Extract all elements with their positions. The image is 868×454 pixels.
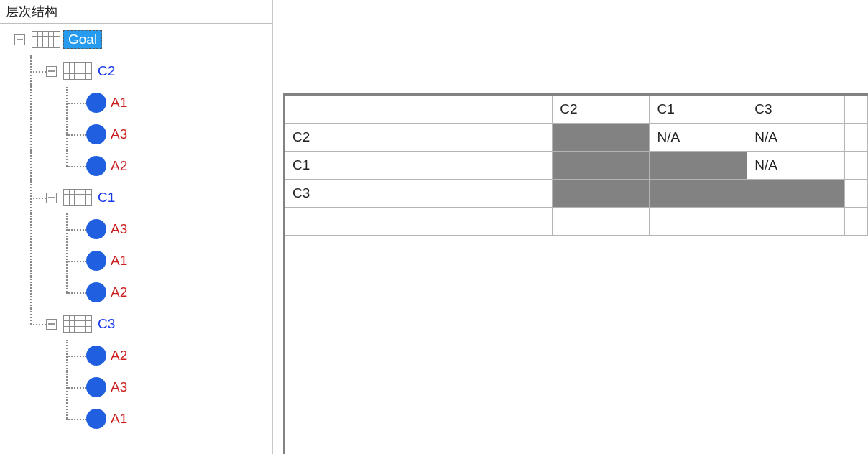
tree-node-alternative[interactable]: A2: [0, 340, 272, 371]
matrix-col-header[interactable]: C1: [650, 96, 747, 124]
alternative-icon: [86, 219, 106, 239]
alternative-icon: [86, 156, 106, 176]
hierarchy-panel: 层次结构 Goal C2: [0, 0, 273, 454]
grid-icon: [63, 62, 92, 80]
matrix-header-row: C2 C1 C3: [285, 96, 868, 124]
matrix-scroll-gutter: [844, 96, 867, 124]
matrix-container: C2 C1 C3 C2 N/A N/A C1: [283, 93, 868, 454]
matrix-col-header[interactable]: C2: [553, 96, 650, 124]
matrix-cell[interactable]: [553, 124, 650, 152]
alternative-icon: [86, 377, 106, 397]
matrix-corner-cell: [285, 96, 553, 124]
alternative-label: A1: [111, 253, 127, 269]
matrix-row-header[interactable]: C1: [285, 152, 553, 180]
tree-node-criterion[interactable]: C3: [0, 308, 272, 340]
matrix-cell[interactable]: N/A: [747, 124, 845, 152]
matrix-col-header[interactable]: C3: [747, 96, 845, 124]
alternative-label: A2: [111, 348, 127, 363]
comparison-matrix[interactable]: C2 C1 C3 C2 N/A N/A C1: [285, 96, 868, 236]
matrix-cell[interactable]: [650, 152, 747, 180]
alternative-icon: [86, 409, 106, 429]
matrix-scroll-gutter: [844, 124, 867, 152]
matrix-panel: C2 C1 C3 C2 N/A N/A C1: [273, 0, 868, 454]
alternative-label: A3: [111, 126, 127, 142]
panel-title: 层次结构: [0, 0, 272, 22]
alternative-icon: [86, 282, 106, 302]
collapse-icon[interactable]: [46, 193, 57, 203]
alternative-label: A2: [111, 284, 127, 300]
alternative-icon: [86, 93, 106, 113]
tree-node-alternative[interactable]: A1: [0, 87, 272, 119]
matrix-scroll-gutter: [844, 152, 867, 180]
alternative-label: A1: [111, 95, 127, 111]
alternative-label: A1: [111, 411, 127, 427]
tree-node-alternative[interactable]: A1: [0, 403, 272, 435]
grid-icon: [32, 31, 60, 48]
goal-label[interactable]: Goal: [63, 30, 102, 49]
tree-node-goal[interactable]: Goal: [0, 24, 272, 55]
collapse-icon[interactable]: [46, 66, 57, 77]
tree-node-alternative[interactable]: A3: [0, 119, 272, 150]
alternative-label: A3: [111, 221, 127, 237]
matrix-row: C1 N/A: [285, 152, 868, 180]
tree-node-alternative[interactable]: A2: [0, 150, 272, 182]
matrix-row: C2 N/A N/A: [285, 124, 868, 152]
matrix-cell[interactable]: N/A: [650, 124, 747, 152]
criterion-label: C1: [95, 190, 118, 205]
matrix-empty-area: [285, 208, 868, 236]
tree-node-alternative[interactable]: A3: [0, 213, 272, 245]
matrix-cell[interactable]: [747, 180, 845, 208]
matrix-scroll-gutter: [844, 180, 867, 208]
alternative-icon: [86, 124, 106, 144]
grid-icon: [63, 315, 92, 333]
alternative-label: A2: [111, 158, 127, 174]
matrix-cell[interactable]: [553, 180, 650, 208]
app-root: 层次结构 Goal C2: [0, 0, 868, 454]
collapse-icon[interactable]: [46, 319, 57, 330]
criterion-label: C3: [95, 316, 118, 332]
matrix-row-header[interactable]: C3: [285, 180, 553, 208]
matrix-row: C3: [285, 180, 868, 208]
tree-node-alternative[interactable]: A2: [0, 277, 272, 308]
grid-icon: [63, 189, 92, 206]
tree: Goal C2 A1: [0, 24, 272, 435]
matrix-row-header[interactable]: C2: [285, 124, 553, 152]
alternative-icon: [86, 346, 106, 366]
matrix-cell[interactable]: N/A: [747, 152, 845, 180]
alternative-label: A3: [111, 379, 127, 395]
criterion-label: C2: [95, 63, 118, 79]
matrix-cell[interactable]: [553, 152, 650, 180]
alternative-icon: [86, 251, 106, 271]
tree-node-criterion[interactable]: C2: [0, 55, 272, 87]
tree-node-criterion[interactable]: C1: [0, 182, 272, 213]
matrix-cell[interactable]: [650, 180, 747, 208]
tree-node-alternative[interactable]: A1: [0, 245, 272, 277]
tree-node-alternative[interactable]: A3: [0, 371, 272, 403]
collapse-icon[interactable]: [14, 34, 25, 45]
